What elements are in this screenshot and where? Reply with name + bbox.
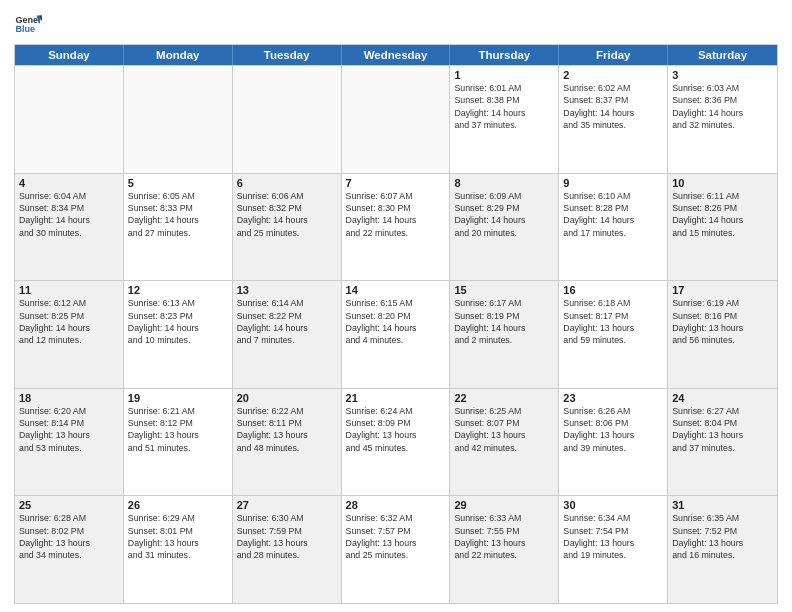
logo: General Blue bbox=[14, 10, 42, 38]
day-number: 14 bbox=[346, 284, 446, 296]
calendar-cell: 23Sunrise: 6:26 AM Sunset: 8:06 PM Dayli… bbox=[559, 389, 668, 496]
day-number: 1 bbox=[454, 69, 554, 81]
day-info: Sunrise: 6:20 AM Sunset: 8:14 PM Dayligh… bbox=[19, 405, 119, 454]
calendar-cell: 30Sunrise: 6:34 AM Sunset: 7:54 PM Dayli… bbox=[559, 496, 668, 603]
day-info: Sunrise: 6:30 AM Sunset: 7:59 PM Dayligh… bbox=[237, 512, 337, 561]
day-number: 20 bbox=[237, 392, 337, 404]
day-number: 24 bbox=[672, 392, 773, 404]
calendar-cell: 13Sunrise: 6:14 AM Sunset: 8:22 PM Dayli… bbox=[233, 281, 342, 388]
weekday-header: Wednesday bbox=[342, 45, 451, 65]
day-info: Sunrise: 6:11 AM Sunset: 8:26 PM Dayligh… bbox=[672, 190, 773, 239]
day-info: Sunrise: 6:18 AM Sunset: 8:17 PM Dayligh… bbox=[563, 297, 663, 346]
calendar-cell: 29Sunrise: 6:33 AM Sunset: 7:55 PM Dayli… bbox=[450, 496, 559, 603]
day-number: 16 bbox=[563, 284, 663, 296]
calendar-row: 25Sunrise: 6:28 AM Sunset: 8:02 PM Dayli… bbox=[15, 495, 777, 603]
page-header: General Blue bbox=[14, 10, 778, 38]
calendar-cell: 14Sunrise: 6:15 AM Sunset: 8:20 PM Dayli… bbox=[342, 281, 451, 388]
day-number: 3 bbox=[672, 69, 773, 81]
day-number: 29 bbox=[454, 499, 554, 511]
calendar-cell: 3Sunrise: 6:03 AM Sunset: 8:36 PM Daylig… bbox=[668, 66, 777, 173]
day-info: Sunrise: 6:01 AM Sunset: 8:38 PM Dayligh… bbox=[454, 82, 554, 131]
day-number: 23 bbox=[563, 392, 663, 404]
day-number: 15 bbox=[454, 284, 554, 296]
calendar-cell: 27Sunrise: 6:30 AM Sunset: 7:59 PM Dayli… bbox=[233, 496, 342, 603]
day-info: Sunrise: 6:19 AM Sunset: 8:16 PM Dayligh… bbox=[672, 297, 773, 346]
weekday-header: Saturday bbox=[668, 45, 777, 65]
calendar-cell: 8Sunrise: 6:09 AM Sunset: 8:29 PM Daylig… bbox=[450, 174, 559, 281]
calendar-row: 1Sunrise: 6:01 AM Sunset: 8:38 PM Daylig… bbox=[15, 65, 777, 173]
calendar-body: 1Sunrise: 6:01 AM Sunset: 8:38 PM Daylig… bbox=[15, 65, 777, 603]
day-number: 8 bbox=[454, 177, 554, 189]
calendar-cell: 7Sunrise: 6:07 AM Sunset: 8:30 PM Daylig… bbox=[342, 174, 451, 281]
calendar: SundayMondayTuesdayWednesdayThursdayFrid… bbox=[14, 44, 778, 604]
day-number: 28 bbox=[346, 499, 446, 511]
calendar-cell: 12Sunrise: 6:13 AM Sunset: 8:23 PM Dayli… bbox=[124, 281, 233, 388]
calendar-header: SundayMondayTuesdayWednesdayThursdayFrid… bbox=[15, 45, 777, 65]
calendar-cell: 17Sunrise: 6:19 AM Sunset: 8:16 PM Dayli… bbox=[668, 281, 777, 388]
calendar-cell: 15Sunrise: 6:17 AM Sunset: 8:19 PM Dayli… bbox=[450, 281, 559, 388]
calendar-cell bbox=[233, 66, 342, 173]
calendar-cell: 2Sunrise: 6:02 AM Sunset: 8:37 PM Daylig… bbox=[559, 66, 668, 173]
day-info: Sunrise: 6:15 AM Sunset: 8:20 PM Dayligh… bbox=[346, 297, 446, 346]
day-number: 5 bbox=[128, 177, 228, 189]
calendar-cell: 11Sunrise: 6:12 AM Sunset: 8:25 PM Dayli… bbox=[15, 281, 124, 388]
day-number: 2 bbox=[563, 69, 663, 81]
day-info: Sunrise: 6:27 AM Sunset: 8:04 PM Dayligh… bbox=[672, 405, 773, 454]
calendar-cell: 28Sunrise: 6:32 AM Sunset: 7:57 PM Dayli… bbox=[342, 496, 451, 603]
day-number: 10 bbox=[672, 177, 773, 189]
day-info: Sunrise: 6:14 AM Sunset: 8:22 PM Dayligh… bbox=[237, 297, 337, 346]
day-number: 22 bbox=[454, 392, 554, 404]
day-number: 19 bbox=[128, 392, 228, 404]
weekday-header: Sunday bbox=[15, 45, 124, 65]
day-info: Sunrise: 6:24 AM Sunset: 8:09 PM Dayligh… bbox=[346, 405, 446, 454]
day-info: Sunrise: 6:12 AM Sunset: 8:25 PM Dayligh… bbox=[19, 297, 119, 346]
weekday-header: Tuesday bbox=[233, 45, 342, 65]
calendar-row: 11Sunrise: 6:12 AM Sunset: 8:25 PM Dayli… bbox=[15, 280, 777, 388]
day-number: 17 bbox=[672, 284, 773, 296]
calendar-cell bbox=[124, 66, 233, 173]
day-info: Sunrise: 6:33 AM Sunset: 7:55 PM Dayligh… bbox=[454, 512, 554, 561]
calendar-cell: 22Sunrise: 6:25 AM Sunset: 8:07 PM Dayli… bbox=[450, 389, 559, 496]
calendar-cell: 21Sunrise: 6:24 AM Sunset: 8:09 PM Dayli… bbox=[342, 389, 451, 496]
day-info: Sunrise: 6:09 AM Sunset: 8:29 PM Dayligh… bbox=[454, 190, 554, 239]
day-number: 4 bbox=[19, 177, 119, 189]
day-number: 12 bbox=[128, 284, 228, 296]
day-info: Sunrise: 6:07 AM Sunset: 8:30 PM Dayligh… bbox=[346, 190, 446, 239]
day-info: Sunrise: 6:17 AM Sunset: 8:19 PM Dayligh… bbox=[454, 297, 554, 346]
calendar-row: 18Sunrise: 6:20 AM Sunset: 8:14 PM Dayli… bbox=[15, 388, 777, 496]
day-number: 7 bbox=[346, 177, 446, 189]
day-info: Sunrise: 6:06 AM Sunset: 8:32 PM Dayligh… bbox=[237, 190, 337, 239]
day-number: 11 bbox=[19, 284, 119, 296]
day-info: Sunrise: 6:10 AM Sunset: 8:28 PM Dayligh… bbox=[563, 190, 663, 239]
day-number: 6 bbox=[237, 177, 337, 189]
calendar-cell bbox=[15, 66, 124, 173]
day-number: 13 bbox=[237, 284, 337, 296]
day-info: Sunrise: 6:02 AM Sunset: 8:37 PM Dayligh… bbox=[563, 82, 663, 131]
day-info: Sunrise: 6:13 AM Sunset: 8:23 PM Dayligh… bbox=[128, 297, 228, 346]
day-info: Sunrise: 6:34 AM Sunset: 7:54 PM Dayligh… bbox=[563, 512, 663, 561]
calendar-cell: 25Sunrise: 6:28 AM Sunset: 8:02 PM Dayli… bbox=[15, 496, 124, 603]
calendar-cell: 5Sunrise: 6:05 AM Sunset: 8:33 PM Daylig… bbox=[124, 174, 233, 281]
calendar-cell bbox=[342, 66, 451, 173]
day-info: Sunrise: 6:25 AM Sunset: 8:07 PM Dayligh… bbox=[454, 405, 554, 454]
day-number: 30 bbox=[563, 499, 663, 511]
day-info: Sunrise: 6:26 AM Sunset: 8:06 PM Dayligh… bbox=[563, 405, 663, 454]
day-info: Sunrise: 6:22 AM Sunset: 8:11 PM Dayligh… bbox=[237, 405, 337, 454]
day-number: 18 bbox=[19, 392, 119, 404]
svg-text:Blue: Blue bbox=[15, 24, 35, 34]
day-number: 25 bbox=[19, 499, 119, 511]
day-info: Sunrise: 6:04 AM Sunset: 8:34 PM Dayligh… bbox=[19, 190, 119, 239]
day-number: 9 bbox=[563, 177, 663, 189]
calendar-cell: 1Sunrise: 6:01 AM Sunset: 8:38 PM Daylig… bbox=[450, 66, 559, 173]
calendar-cell: 19Sunrise: 6:21 AM Sunset: 8:12 PM Dayli… bbox=[124, 389, 233, 496]
calendar-cell: 10Sunrise: 6:11 AM Sunset: 8:26 PM Dayli… bbox=[668, 174, 777, 281]
day-info: Sunrise: 6:32 AM Sunset: 7:57 PM Dayligh… bbox=[346, 512, 446, 561]
day-info: Sunrise: 6:29 AM Sunset: 8:01 PM Dayligh… bbox=[128, 512, 228, 561]
day-number: 27 bbox=[237, 499, 337, 511]
calendar-cell: 24Sunrise: 6:27 AM Sunset: 8:04 PM Dayli… bbox=[668, 389, 777, 496]
calendar-cell: 26Sunrise: 6:29 AM Sunset: 8:01 PM Dayli… bbox=[124, 496, 233, 603]
day-info: Sunrise: 6:28 AM Sunset: 8:02 PM Dayligh… bbox=[19, 512, 119, 561]
day-info: Sunrise: 6:21 AM Sunset: 8:12 PM Dayligh… bbox=[128, 405, 228, 454]
calendar-cell: 20Sunrise: 6:22 AM Sunset: 8:11 PM Dayli… bbox=[233, 389, 342, 496]
day-info: Sunrise: 6:05 AM Sunset: 8:33 PM Dayligh… bbox=[128, 190, 228, 239]
